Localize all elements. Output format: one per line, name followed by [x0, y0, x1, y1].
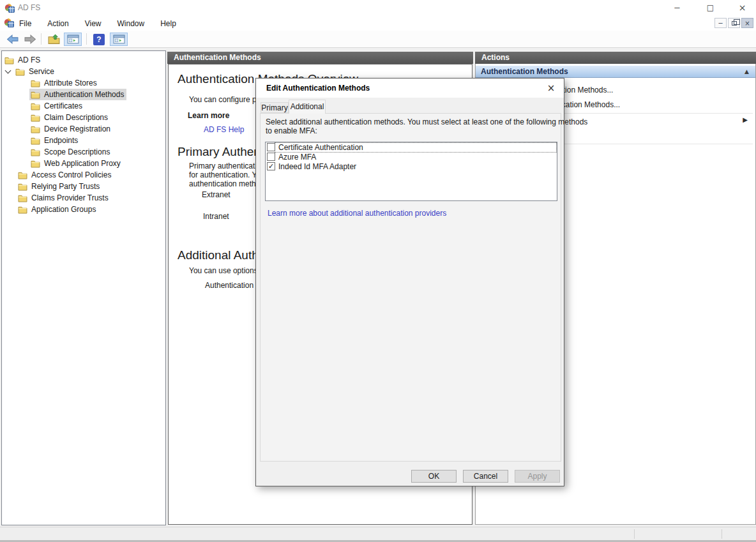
edit-authentication-methods-dialog: Edit Authentication Methods × Primary Ad…	[255, 78, 564, 486]
up-one-level-icon[interactable]	[46, 33, 61, 46]
toolbar: ?	[0, 31, 756, 48]
extranet-label: Extranet	[202, 190, 231, 199]
learn-more-label: Learn more	[188, 111, 229, 120]
folder-icon	[31, 137, 40, 145]
checkbox-checked[interactable]: ✓	[267, 162, 275, 170]
list-item-indeed-id-mfa-adapter[interactable]: ✓ Indeed Id MFA Adapter	[266, 162, 557, 171]
dialog-close-icon[interactable]: ×	[542, 81, 560, 95]
method-label: Indeed Id MFA Adapter	[278, 162, 356, 171]
tree-item-label: Relying Party Trusts	[31, 182, 100, 191]
menu-bar: File Action View Window Help ─ ×	[0, 16, 756, 31]
tree-item-label: AD FS	[18, 56, 40, 64]
tree-item-relying-party-trusts[interactable]: Relying Party Trusts	[18, 181, 100, 192]
folder-icon	[18, 206, 27, 214]
menu-file[interactable]: File	[17, 18, 34, 29]
tree-item-scope-descriptions[interactable]: Scope Descriptions	[31, 146, 110, 158]
submenu-arrow-icon[interactable]: ▶	[743, 116, 748, 123]
tree-item-label: Scope Descriptions	[44, 147, 110, 156]
tree-item-claim-descriptions[interactable]: Claim Descriptions	[31, 112, 108, 123]
adfs-help-link[interactable]: AD FS Help	[204, 125, 244, 134]
tree-item-label: Application Groups	[31, 205, 96, 214]
folder-icon	[31, 114, 40, 122]
window-titlebar[interactable]: AD FS ─ □ ×	[0, 0, 756, 16]
status-bar	[0, 527, 756, 540]
apply-button: Apply	[515, 470, 560, 483]
console-app-icon	[4, 18, 14, 28]
folder-icon	[18, 183, 27, 191]
tree-item-label: Claims Provider Trusts	[31, 193, 109, 202]
menu-view[interactable]: View	[82, 18, 104, 29]
tree-item-adfs[interactable]: AD FS	[4, 54, 40, 66]
cancel-button[interactable]: Cancel	[463, 470, 508, 483]
tree-item-device-registration[interactable]: Device Registration	[31, 123, 110, 135]
list-item-certificate-authentication[interactable]: Certificate Authentication	[266, 142, 557, 152]
menu-help[interactable]: Help	[158, 18, 179, 29]
child-restore-icon[interactable]	[728, 18, 740, 28]
menu-window[interactable]: Window	[115, 18, 147, 29]
close-icon[interactable]: ×	[728, 0, 756, 16]
tab-additional[interactable]: Additional	[289, 100, 326, 114]
tree-item-authentication-methods[interactable]: Authentication Methods	[31, 89, 126, 100]
actions-panel-header: Actions	[475, 52, 756, 64]
tree-item-claims-provider-trusts[interactable]: Claims Provider Trusts	[18, 192, 109, 204]
folder-icon	[31, 160, 40, 168]
tree-item-certificates[interactable]: Certificates	[31, 100, 82, 112]
intranet-label: Intranet	[203, 212, 229, 221]
maximize-icon[interactable]: □	[696, 0, 725, 16]
tree-item-attribute-stores[interactable]: Attribute Stores	[31, 77, 97, 89]
additional-tab-page: Select additional authentication methods…	[260, 113, 561, 462]
tree-item-label: Service	[29, 67, 54, 76]
dialog-titlebar[interactable]: Edit Authentication Methods ×	[256, 79, 564, 98]
folder-icon	[31, 125, 40, 133]
ok-button[interactable]: OK	[411, 470, 457, 483]
additional-providers-link[interactable]: Learn more about additional authenticati…	[268, 209, 446, 218]
window-title: AD FS	[18, 0, 40, 16]
tree-item-access-control-policies[interactable]: Access Control Policies	[18, 169, 111, 181]
actions-group-header[interactable]: Authentication Methods ▲	[476, 66, 755, 78]
menu-action[interactable]: Action	[45, 18, 71, 29]
list-item-azure-mfa[interactable]: Azure MFA	[266, 152, 557, 162]
tree-item-label: Claim Descriptions	[44, 113, 108, 122]
folder-icon	[4, 56, 14, 64]
show-action-pane-icon[interactable]	[110, 33, 128, 46]
selected-tree-item: Authentication Methods	[29, 89, 126, 100]
help-icon[interactable]: ?	[91, 33, 107, 46]
checkbox-unchecked[interactable]	[267, 143, 275, 151]
checkbox-unchecked[interactable]	[267, 153, 275, 161]
tree-item-label: Attribute Stores	[44, 79, 97, 87]
folder-icon	[18, 171, 27, 179]
folder-icon	[31, 91, 40, 99]
tree-item-application-groups[interactable]: Application Groups	[18, 204, 96, 215]
authentication-methods-list: Certificate Authentication Azure MFA ✓ I…	[265, 142, 557, 201]
tree-item-label: Certificates	[44, 102, 82, 110]
folder-icon	[31, 102, 40, 110]
tree-item-label: Web Application Proxy	[44, 159, 121, 168]
tab-primary[interactable]: Primary	[261, 102, 289, 113]
tree-item-endpoints[interactable]: Endpoints	[31, 135, 78, 146]
method-label: Azure MFA	[278, 153, 316, 162]
collapse-icon[interactable]: ▲	[745, 66, 749, 78]
tree-item-label: Authentication Methods	[44, 90, 124, 99]
method-label: Certificate Authentication	[278, 143, 363, 152]
chevron-down-icon[interactable]	[5, 68, 11, 74]
tree-item-web-application-proxy[interactable]: Web Application Proxy	[31, 158, 121, 169]
child-close-icon[interactable]: ×	[741, 18, 753, 28]
child-minimize-icon[interactable]: ─	[714, 18, 727, 28]
folder-icon	[15, 68, 25, 76]
dialog-title: Edit Authentication Methods	[266, 79, 370, 98]
tree-item-label: Endpoints	[44, 136, 78, 145]
tree-item-service[interactable]: Service	[6, 66, 54, 77]
folder-icon	[31, 79, 40, 87]
dialog-instruction-line2: to enable MFA:	[266, 126, 317, 135]
adfs-app-icon	[4, 3, 15, 13]
actions-group-title: Authentication Methods	[481, 67, 568, 76]
dialog-instruction-line1: Select additional authentication methods…	[266, 117, 587, 126]
folder-icon	[31, 148, 40, 156]
minimize-icon[interactable]: ─	[663, 0, 692, 16]
tree-item-label: Device Registration	[44, 124, 110, 133]
show-console-tree-icon[interactable]	[64, 33, 82, 46]
console-tree-panel: AD FS Service Attribute Stores Authentic…	[1, 50, 166, 525]
back-icon[interactable]	[4, 33, 20, 46]
content-panel-header: Authentication Methods	[167, 52, 473, 64]
forward-icon	[22, 33, 38, 46]
